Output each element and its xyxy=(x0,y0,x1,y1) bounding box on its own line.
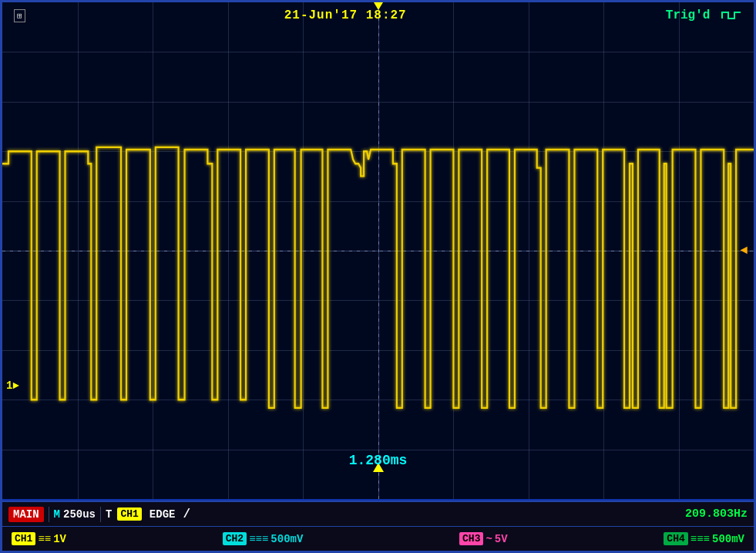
oscilloscope-screen: ⊞ 21-Jun'17 18:27 Trig'd xyxy=(2,2,754,501)
waveform-display xyxy=(2,2,754,499)
ch2-badge: CH2 xyxy=(223,532,247,545)
status-bar: MAIN M 250us T CH1 EDGE / 209.803Hz CH1 … xyxy=(2,501,754,551)
ch4-coupling: ≡≡≡ xyxy=(690,533,710,545)
trigger-slope: / xyxy=(183,507,190,521)
main-mode-item: MAIN xyxy=(8,507,44,522)
header-trig-status: Trig'd xyxy=(666,8,742,22)
trigger-position-arrow xyxy=(374,2,383,10)
trigger-ch-badge: CH1 xyxy=(117,507,141,521)
trigger-mode: EDGE xyxy=(150,508,176,521)
time-div-prefix: M xyxy=(54,508,60,521)
ch1-value: 1V xyxy=(53,533,66,545)
main-badge: MAIN xyxy=(8,507,44,522)
ch3-settings: CH3 ~ 5V xyxy=(459,532,508,545)
ch2-settings: CH2 ≡≡≡ 500mV xyxy=(223,532,304,545)
header-left: ⊞ xyxy=(14,9,25,22)
time-div-value: 250us xyxy=(63,508,96,521)
ch1-badge: CH1 xyxy=(12,532,35,545)
ch2-value: 500mV xyxy=(270,533,303,545)
time-marker: 1.280ms xyxy=(349,453,408,468)
ch2-coupling: ≡≡≡ xyxy=(249,533,268,545)
ch3-coupling: ~ xyxy=(486,533,492,545)
ch4-settings: CH4 ≡≡≡ 500mV xyxy=(664,532,744,545)
header-bar: ⊞ 21-Jun'17 18:27 Trig'd xyxy=(2,8,754,22)
ch3-badge: CH3 xyxy=(459,532,483,545)
status-row-2: CH1 ≡≡ 1V CH2 ≡≡≡ 500mV CH3 ~ 5V CH4 xyxy=(2,527,754,551)
oscilloscope: ⊞ 21-Jun'17 18:27 Trig'd xyxy=(0,0,756,553)
ch1-coupling: ≡≡ xyxy=(38,533,51,545)
time-div-item: M 250us xyxy=(54,508,96,521)
frequency-display: 209.803Hz xyxy=(685,507,748,521)
trigger-prefix: T xyxy=(106,508,112,521)
trigger-level-arrow: ◄ xyxy=(740,244,748,258)
ch4-value: 500mV xyxy=(712,533,744,545)
trigger-item: T CH1 EDGE / xyxy=(106,507,190,521)
ch3-value: 5V xyxy=(495,533,508,545)
ch1-settings: CH1 ≡≡ 1V xyxy=(12,532,66,545)
status-row-1: MAIN M 250us T CH1 EDGE / 209.803Hz xyxy=(2,502,754,527)
header-datetime: 21-Jun'17 18:27 xyxy=(284,8,407,22)
memory-icon: ⊞ xyxy=(14,9,25,22)
ch1-ground-marker: 1► xyxy=(6,379,19,392)
sep2 xyxy=(100,507,101,522)
ch4-badge: CH4 xyxy=(664,532,687,545)
sep1 xyxy=(49,507,49,522)
